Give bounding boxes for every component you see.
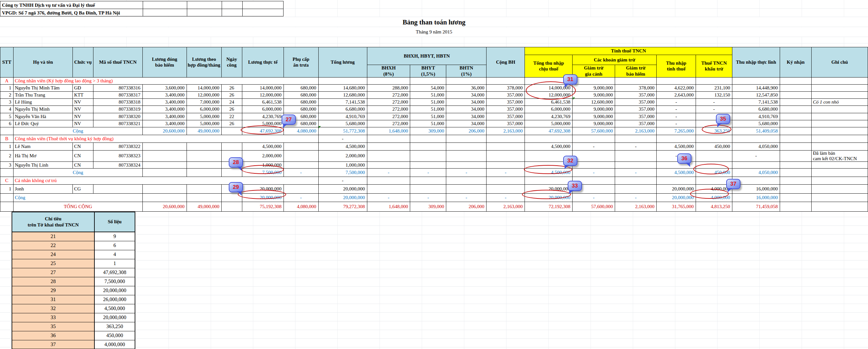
- cell[interactable]: 5,000,000: [242, 120, 283, 127]
- cell[interactable]: -: [696, 98, 732, 105]
- grand-value-cell[interactable]: 72,192,308: [525, 202, 572, 212]
- cell[interactable]: NV: [72, 98, 93, 105]
- cell[interactable]: 9,000,000: [572, 91, 615, 98]
- cell[interactable]: [446, 150, 487, 162]
- tax-criteria-cell[interactable]: 21: [12, 232, 94, 241]
- tax-value-cell[interactable]: 363,250: [94, 322, 135, 331]
- section-title-cell[interactable]: Công nhân viên (Thuê thời vụ không ký hợ…: [13, 135, 318, 142]
- cell[interactable]: [410, 150, 446, 162]
- cell[interactable]: Trần Thu Trang: [13, 91, 72, 98]
- subtotal-value-cell[interactable]: 51,409,058: [732, 127, 780, 135]
- cell[interactable]: Nguyễn Thị Minh Tâm: [13, 84, 72, 91]
- cell[interactable]: -: [657, 120, 696, 127]
- cell[interactable]: [93, 185, 143, 194]
- grand-value-cell[interactable]: 71,459,058: [732, 202, 780, 212]
- tax-criteria-cell[interactable]: 25: [12, 259, 94, 268]
- tax-criteria-cell[interactable]: 37: [12, 340, 94, 349]
- cell[interactable]: 9,000,000: [572, 120, 615, 127]
- tax-value-cell[interactable]: 4: [94, 250, 135, 259]
- cell[interactable]: [657, 177, 696, 185]
- subtotal-label-cell[interactable]: Cộng: [13, 127, 143, 135]
- cell[interactable]: [318, 77, 367, 84]
- cell[interactable]: 3,400,000: [143, 113, 187, 120]
- cell[interactable]: 1: [0, 185, 13, 194]
- cell[interactable]: [283, 185, 318, 194]
- subtotal-value-cell[interactable]: [143, 194, 187, 202]
- cell[interactable]: 357,000: [615, 98, 657, 105]
- cell[interactable]: -: [318, 177, 367, 185]
- cell[interactable]: [283, 142, 318, 150]
- tax-value-cell[interactable]: 9: [94, 232, 135, 241]
- cell[interactable]: 22: [221, 113, 242, 120]
- subtotal-value-cell[interactable]: -: [446, 169, 487, 177]
- cell[interactable]: [615, 162, 657, 169]
- page-title[interactable]: Bảng than toán lương: [0, 17, 868, 27]
- cell[interactable]: 12,000,000: [187, 91, 221, 98]
- cell[interactable]: [780, 150, 812, 162]
- cell[interactable]: [780, 177, 812, 185]
- cell[interactable]: 20,000,000: [657, 185, 696, 194]
- tax-table-header-value[interactable]: Số liệu: [94, 212, 135, 232]
- cell[interactable]: [615, 185, 657, 194]
- cell[interactable]: 357,000: [615, 120, 657, 127]
- cell[interactable]: 272,000: [367, 120, 410, 127]
- cell[interactable]: [732, 77, 780, 84]
- subtotal-value-cell[interactable]: 4,000,000: [696, 194, 732, 202]
- cell[interactable]: 7,000,000: [187, 98, 221, 105]
- column-header-tong-luong[interactable]: Tổng lương: [318, 47, 367, 77]
- subtotal-value-cell[interactable]: 20,000,000: [318, 194, 367, 202]
- cell[interactable]: [410, 135, 446, 142]
- subtotal-value-cell[interactable]: -: [410, 194, 446, 202]
- cell[interactable]: 26: [221, 105, 242, 113]
- subtotal-value-cell[interactable]: 4,050,000: [732, 169, 780, 177]
- cell[interactable]: -: [615, 142, 657, 150]
- subtotal-value-cell[interactable]: [811, 127, 868, 135]
- cell[interactable]: [572, 162, 615, 169]
- cell[interactable]: 20,000,000: [318, 185, 367, 194]
- cell[interactable]: 4,500,000: [657, 142, 696, 150]
- cell[interactable]: 807338317: [93, 91, 143, 98]
- cell[interactable]: 357,000: [487, 105, 525, 113]
- subtotal-value-cell[interactable]: 20,000,000: [657, 194, 696, 202]
- subtotal-value-cell[interactable]: 51,772,308: [318, 127, 367, 135]
- column-header-cong-bh[interactable]: Cộng BH: [487, 47, 525, 77]
- cell[interactable]: [780, 113, 812, 120]
- subtotal-value-cell[interactable]: -: [367, 194, 410, 202]
- cell[interactable]: 5,000,000: [187, 120, 221, 127]
- cell[interactable]: 6,461,538: [242, 98, 283, 105]
- cell[interactable]: [811, 177, 868, 185]
- subtotal-value-cell[interactable]: [187, 169, 221, 177]
- cell[interactable]: 51,000: [410, 105, 446, 113]
- cell[interactable]: 1,000,000: [318, 162, 367, 169]
- cell[interactable]: [187, 162, 221, 169]
- cell[interactable]: 51,000: [410, 120, 446, 127]
- cell[interactable]: 6,000,000: [187, 105, 221, 113]
- section-title-cell[interactable]: Công nhân viên (Ký hợp đồng lao động > 3…: [13, 77, 318, 84]
- cell[interactable]: [283, 150, 318, 162]
- subtotal-value-cell[interactable]: 1,648,000: [367, 127, 410, 135]
- cell[interactable]: [696, 162, 732, 169]
- subtotal-value-cell[interactable]: 309,000: [410, 127, 446, 135]
- page-subtitle[interactable]: Tháng 9 năm 2015: [0, 27, 868, 36]
- cell[interactable]: 132,150: [696, 91, 732, 98]
- tax-value-cell[interactable]: 4,500,000: [94, 304, 135, 313]
- cell[interactable]: 3,400,000: [143, 120, 187, 127]
- subtotal-value-cell[interactable]: 20,600,000: [143, 127, 187, 135]
- grand-value-cell[interactable]: 206,000: [446, 202, 487, 212]
- tax-criteria-cell[interactable]: 24: [12, 250, 94, 259]
- subtotal-value-cell[interactable]: 2,163,000: [487, 127, 525, 135]
- cell[interactable]: 807338319: [93, 105, 143, 113]
- cell[interactable]: 4: [0, 105, 13, 113]
- cell[interactable]: [367, 142, 410, 150]
- cell[interactable]: 272,000: [367, 98, 410, 105]
- cell[interactable]: [780, 91, 812, 98]
- tax-criteria-cell[interactable]: 31: [12, 295, 94, 304]
- subtotal-value-cell[interactable]: [780, 169, 812, 177]
- cell[interactable]: 2,000,000: [318, 150, 367, 162]
- cell[interactable]: [615, 177, 657, 185]
- subtotal-value-cell[interactable]: 206,000: [446, 127, 487, 135]
- tax-value-cell[interactable]: 7,500,000: [94, 277, 135, 286]
- cell[interactable]: 357,000: [615, 105, 657, 113]
- cell[interactable]: 357,000: [487, 98, 525, 105]
- cell[interactable]: Nguyễn Thị Minh: [13, 105, 72, 113]
